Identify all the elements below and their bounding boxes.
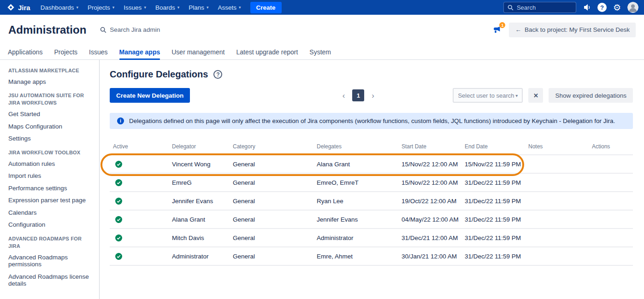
sidebar-item-calendars[interactable]: Calendars xyxy=(8,209,93,217)
active-check-icon xyxy=(115,235,122,241)
sidebar-item-manage-apps[interactable]: Manage apps xyxy=(8,78,93,86)
navbar-search-input[interactable] xyxy=(517,4,572,11)
cell-actions xyxy=(589,192,633,210)
jira-logo[interactable]: Jira xyxy=(4,3,36,12)
cell-start-date: 04/May/22 12:00 AM xyxy=(398,210,461,229)
content-area: ATLASSIAN MARKETPLACE Manage apps JSU AU… xyxy=(0,60,644,299)
admin-search[interactable] xyxy=(100,26,188,33)
cell-notes xyxy=(525,192,589,210)
cell-category: General xyxy=(230,229,313,247)
notification-badge: 1 xyxy=(499,22,505,28)
nav-menu-issues[interactable]: Issues▾ xyxy=(119,0,151,15)
cell-delegates: Jennifer Evans xyxy=(313,210,398,229)
chevron-down-icon: ▾ xyxy=(239,5,241,10)
sidebar-section-header: JIRA WORKFLOW TOOLBOX xyxy=(8,149,93,157)
active-check-icon xyxy=(115,253,122,260)
cell-delegator: EmreG xyxy=(169,173,230,192)
pagination-next-button[interactable]: › xyxy=(372,92,374,100)
sidebar-item-settings[interactable]: Settings xyxy=(8,135,93,142)
sidebar-item-automation-rules[interactable]: Automation rules xyxy=(8,160,93,168)
help-icon[interactable]: ? xyxy=(597,3,607,12)
cell-end-date: 15/Nov/22 11:59 PM xyxy=(461,155,525,173)
avatar[interactable] xyxy=(627,2,638,13)
sidebar-item-configuration[interactable]: Configuration xyxy=(8,221,93,229)
nav-menu-dashboards[interactable]: Dashboards▾ xyxy=(36,0,83,15)
cell-start-date: 30/Jan/21 12:00 AM xyxy=(398,247,461,265)
sidebar-item-maps-configuration[interactable]: Maps Configuration xyxy=(8,123,93,130)
table-header-row: Active Delegator Category Delegates Star… xyxy=(110,141,633,155)
page-heading: Configure Delegations xyxy=(110,69,208,80)
table-row: Administrator General Emre, Ahmet 30/Jan… xyxy=(110,247,633,265)
tab-user-management[interactable]: User management xyxy=(171,45,225,59)
admin-header-right: 1 ← Back to project: My First Service De… xyxy=(492,23,636,37)
chevron-down-icon: ▾ xyxy=(112,5,115,10)
cell-actions xyxy=(589,173,633,192)
chevron-down-icon: ▾ xyxy=(144,5,146,10)
sidebar-item-roadmaps-permissions[interactable]: Advanced Roadmaps permissions xyxy=(8,254,93,268)
chevron-down-icon: ▾ xyxy=(207,5,209,10)
sidebar-section-jsu: JSU AUTOMATION SUITE FOR JIRA WORKFLOWS … xyxy=(8,92,93,142)
create-button[interactable]: Create xyxy=(250,2,282,13)
tab-applications[interactable]: Applications xyxy=(8,45,43,59)
tab-projects[interactable]: Projects xyxy=(54,45,78,59)
table-row: EmreG General EmreO, EmreT 15/Nov/22 12:… xyxy=(110,173,633,192)
cell-start-date: 15/Nov/22 12:00 AM xyxy=(398,155,461,173)
nav-menu-assets[interactable]: Assets▾ xyxy=(213,0,246,15)
create-new-delegation-button[interactable]: Create New Delegation xyxy=(110,88,190,103)
cell-delegator: Vincent Wong xyxy=(169,155,230,173)
nav-menu-projects[interactable]: Projects▾ xyxy=(83,0,119,15)
tab-issues[interactable]: Issues xyxy=(89,45,107,59)
pagination-current-page[interactable]: 1 xyxy=(352,89,364,101)
cell-category: General xyxy=(230,155,313,173)
notification-icon[interactable]: 1 xyxy=(492,25,502,35)
gear-icon[interactable]: ⚙ xyxy=(613,3,621,12)
pagination-prev-button[interactable]: ‹ xyxy=(343,92,345,100)
help-icon[interactable]: ? xyxy=(213,70,222,79)
nav-menu-plans[interactable]: Plans▾ xyxy=(184,0,213,15)
table-row: Alana Grant General Jennifer Evans 04/Ma… xyxy=(110,210,633,229)
cell-delegates: Administrator xyxy=(313,229,398,247)
active-check-icon xyxy=(115,198,122,205)
table-row: Jennifer Evans General Ryan Lee 19/Oct/2… xyxy=(110,192,633,210)
tab-latest-upgrade-report[interactable]: Latest upgrade report xyxy=(236,45,298,59)
brand-label: Jira xyxy=(18,4,30,12)
sidebar-item-performance-settings[interactable]: Performance settings xyxy=(8,185,93,192)
sidebar-item-roadmaps-license[interactable]: Advanced Roadmaps license details xyxy=(8,273,93,287)
cell-notes xyxy=(525,229,589,247)
pagination: ‹ 1 › xyxy=(227,89,490,101)
clear-filter-button[interactable]: ✕ xyxy=(528,88,543,103)
cell-start-date: 15/Nov/22 12:00 AM xyxy=(398,173,461,192)
tab-manage-apps[interactable]: Manage apps xyxy=(119,45,160,59)
active-check-icon xyxy=(115,179,122,186)
sidebar-item-expression-parser[interactable]: Expression parser test page xyxy=(8,197,93,204)
sidebar-item-get-started[interactable]: Get Started xyxy=(8,111,93,118)
main-panel: Configure Delegations ? Create New Deleg… xyxy=(100,60,644,299)
cell-delegator: Jennifer Evans xyxy=(169,192,230,210)
chevron-down-icon: ▾ xyxy=(77,5,79,10)
admin-search-input[interactable] xyxy=(110,26,188,33)
navbar-search[interactable] xyxy=(503,2,576,13)
cell-end-date: 31/Dec/22 11:59 PM xyxy=(461,247,525,265)
announcement-icon[interactable] xyxy=(583,3,591,12)
nav-menu-boards[interactable]: Boards▾ xyxy=(151,0,184,15)
col-header-active: Active xyxy=(110,141,169,155)
tab-system[interactable]: System xyxy=(309,45,331,59)
cell-delegates: Emre, Ahmet xyxy=(313,247,398,265)
cell-start-date: 19/Oct/22 12:00 AM xyxy=(398,192,461,210)
active-check-icon xyxy=(115,161,122,168)
sidebar-section-header: ATLASSIAN MARKETPLACE xyxy=(8,67,93,75)
cell-category: General xyxy=(230,173,313,192)
show-expired-delegations-button[interactable]: Show expired delegations xyxy=(549,88,633,103)
chevron-down-icon: ▾ xyxy=(177,5,180,10)
cell-notes xyxy=(525,210,589,229)
sidebar-section-header: JSU AUTOMATION SUITE FOR JIRA WORKFLOWS xyxy=(8,92,93,107)
page-title: Administration xyxy=(8,23,86,36)
sidebar-item-import-rules[interactable]: Import rules xyxy=(8,172,93,180)
info-banner: i Delegations defined on this page will … xyxy=(110,113,633,129)
cell-delegates: Alana Grant xyxy=(313,155,398,173)
cell-category: General xyxy=(230,210,313,229)
back-to-project-button[interactable]: ← Back to project: My First Service Desk xyxy=(509,23,636,37)
navbar-right: ? ⚙ xyxy=(503,2,638,13)
table-row: Vincent Wong General Alana Grant 15/Nov/… xyxy=(110,155,633,173)
cell-category: General xyxy=(230,192,313,210)
